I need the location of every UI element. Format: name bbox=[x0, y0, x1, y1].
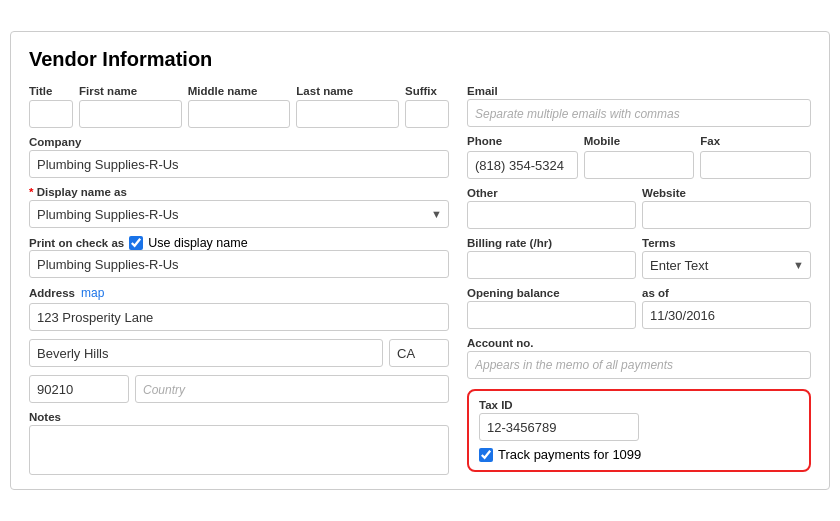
email-group: Email bbox=[467, 85, 811, 127]
account-no-label: Account no. bbox=[467, 337, 811, 349]
other-input[interactable] bbox=[467, 201, 636, 229]
billing-rate-label: Billing rate (/hr) bbox=[467, 237, 636, 249]
opening-balance-row: Opening balance as of bbox=[467, 287, 811, 329]
tax-id-input[interactable] bbox=[479, 413, 639, 441]
phone-label: Phone bbox=[467, 135, 578, 147]
website-label: Website bbox=[642, 187, 811, 199]
state-input[interactable] bbox=[389, 339, 449, 367]
display-name-select[interactable]: Plumbing Supplies-R-Us bbox=[29, 200, 449, 228]
email-input[interactable] bbox=[467, 99, 811, 127]
city-group bbox=[29, 339, 383, 367]
required-marker: * bbox=[29, 186, 33, 198]
company-label: Company bbox=[29, 136, 449, 148]
mobile-input[interactable] bbox=[584, 151, 695, 179]
vendor-information-form: Vendor Information Title First name Midd… bbox=[10, 31, 830, 490]
mobile-label: Mobile bbox=[584, 135, 695, 147]
as-of-input[interactable] bbox=[642, 301, 811, 329]
track-payments-row: Track payments for 1099 bbox=[479, 447, 799, 462]
title-label: Title bbox=[29, 85, 73, 97]
website-group: Website bbox=[642, 187, 811, 229]
first-name-label: First name bbox=[79, 85, 182, 97]
tax-id-section: Tax ID Track payments for 1099 bbox=[467, 389, 811, 472]
other-website-row: Other Website bbox=[467, 187, 811, 229]
title-input[interactable] bbox=[29, 100, 73, 128]
track-payments-checkbox[interactable] bbox=[479, 448, 493, 462]
phone-input[interactable] bbox=[467, 151, 578, 179]
country-group bbox=[135, 375, 449, 403]
terms-select[interactable]: Enter Text bbox=[642, 251, 811, 279]
website-input[interactable] bbox=[642, 201, 811, 229]
middle-name-input[interactable] bbox=[188, 100, 291, 128]
phone-group: Phone Mobile Fax bbox=[467, 135, 811, 179]
notes-label: Notes bbox=[29, 411, 449, 423]
use-display-name-label: Use display name bbox=[148, 236, 247, 250]
notes-textarea[interactable] bbox=[29, 425, 449, 475]
terms-label: Terms bbox=[642, 237, 811, 249]
first-name-input[interactable] bbox=[79, 100, 182, 128]
city-input[interactable] bbox=[29, 339, 383, 367]
print-on-check-group: Print on check as Use display name bbox=[29, 236, 449, 278]
opening-balance-label: Opening balance bbox=[467, 287, 636, 299]
name-fields-group: Title First name Middle name Last name S… bbox=[29, 85, 449, 128]
track-payments-label: Track payments for 1099 bbox=[498, 447, 641, 462]
company-group: Company bbox=[29, 136, 449, 178]
left-column: Title First name Middle name Last name S… bbox=[29, 85, 449, 475]
notes-group: Notes bbox=[29, 411, 449, 475]
terms-group: Terms Enter Text ▼ bbox=[642, 237, 811, 279]
page-title: Vendor Information bbox=[29, 48, 811, 71]
state-group bbox=[389, 339, 449, 367]
fax-label: Fax bbox=[700, 135, 811, 147]
billing-terms-row: Billing rate (/hr) Terms Enter Text ▼ bbox=[467, 237, 811, 279]
city-state-row bbox=[29, 339, 449, 367]
account-no-input[interactable] bbox=[467, 351, 811, 379]
fax-input[interactable] bbox=[700, 151, 811, 179]
print-on-check-label: Print on check as bbox=[29, 237, 124, 249]
account-no-group: Account no. bbox=[467, 337, 811, 379]
zip-country-row bbox=[29, 375, 449, 403]
company-input[interactable] bbox=[29, 150, 449, 178]
zip-group bbox=[29, 375, 129, 403]
address-street-input[interactable] bbox=[29, 303, 449, 331]
use-display-name-checkbox[interactable] bbox=[129, 236, 143, 250]
country-input[interactable] bbox=[135, 375, 449, 403]
middle-name-label: Middle name bbox=[188, 85, 291, 97]
display-name-group: * Display name as Plumbing Supplies-R-Us… bbox=[29, 186, 449, 228]
email-label: Email bbox=[467, 85, 811, 97]
suffix-input[interactable] bbox=[405, 100, 449, 128]
address-group: Address map bbox=[29, 286, 449, 331]
tax-id-group: Tax ID bbox=[479, 399, 799, 441]
as-of-label: as of bbox=[642, 287, 811, 299]
opening-balance-group: Opening balance bbox=[467, 287, 636, 329]
billing-rate-group: Billing rate (/hr) bbox=[467, 237, 636, 279]
address-map-link[interactable]: map bbox=[81, 286, 104, 300]
tax-id-label: Tax ID bbox=[479, 399, 799, 411]
last-name-input[interactable] bbox=[296, 100, 399, 128]
address-label: Address bbox=[29, 287, 75, 299]
zip-input[interactable] bbox=[29, 375, 129, 403]
right-column: Email Phone Mobile Fax bbox=[467, 85, 811, 475]
print-on-check-input[interactable] bbox=[29, 250, 449, 278]
opening-balance-input[interactable] bbox=[467, 301, 636, 329]
display-name-label: * Display name as bbox=[29, 186, 449, 198]
other-label: Other bbox=[467, 187, 636, 199]
other-group: Other bbox=[467, 187, 636, 229]
suffix-label: Suffix bbox=[405, 85, 449, 97]
billing-rate-input[interactable] bbox=[467, 251, 636, 279]
as-of-group: as of bbox=[642, 287, 811, 329]
last-name-label: Last name bbox=[296, 85, 399, 97]
